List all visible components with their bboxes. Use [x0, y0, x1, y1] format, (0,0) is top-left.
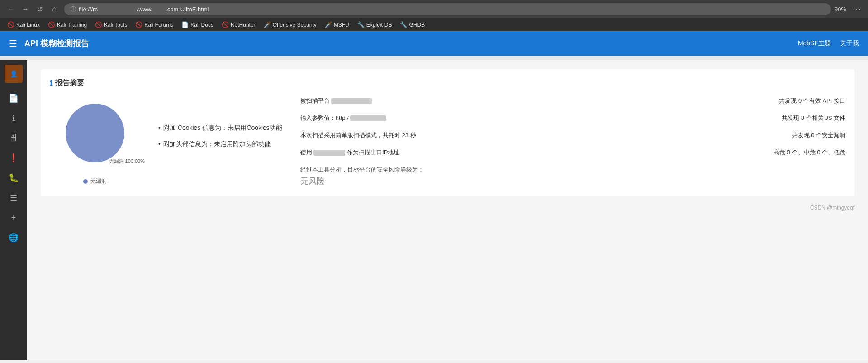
info-icon: ℹ — [50, 79, 52, 87]
bookmarks-bar: 🚫Kali Linux🚫Kali Training🚫Kali Tools🚫Kal… — [0, 18, 868, 31]
app-header: ☰ API 模糊检测报告 MobSF主题 关于我 — [0, 31, 868, 56]
bookmark-icon-kali-linux: 🚫 — [7, 21, 14, 28]
bullets-section: •附加 Cookies 信息为：未启用Cookies功能•附加头部信息为：未启用… — [158, 97, 282, 186]
stat-row-0: 被扫描平台 共发现 0 个有效 API 接口 — [300, 97, 845, 105]
bookmark-label-kali-linux: Kali Linux — [16, 22, 40, 28]
svg-point-0 — [66, 104, 124, 162]
back-button[interactable]: ← — [5, 3, 17, 15]
app-container: ☰ API 模糊检测报告 MobSF主题 关于我 👤📄ℹ🗄❗🐛☰+🌐 ℹ 报告摘… — [0, 31, 868, 360]
bullet-item: •附加头部信息为：未启用附加头部功能 — [158, 140, 282, 148]
bookmark-offensive-security[interactable]: 🗡️Offensive Security — [260, 20, 320, 29]
risk-level: 无风险 — [300, 176, 845, 186]
content-area: ℹ 报告摘要 无漏洞 100.00% — [27, 60, 868, 360]
browser-toolbar: ← → ↺ ⌂ ⓘ file:///rc /www. .com-UiltnE.h… — [0, 0, 868, 18]
home-button[interactable]: ⌂ — [48, 3, 61, 15]
main-layout: 👤📄ℹ🗄❗🐛☰+🌐 ℹ 报告摘要 — [0, 60, 868, 360]
bookmark-kali-docs[interactable]: 📄Kali Docs — [178, 20, 217, 29]
refresh-button[interactable]: ↺ — [33, 3, 46, 15]
bookmark-msfu[interactable]: 🗡️MSFU — [321, 20, 353, 29]
bookmark-icon-nethunter: 🚫 — [222, 21, 229, 28]
bookmark-icon-kali-docs: 📄 — [181, 21, 189, 28]
bookmark-ghdb[interactable]: 🔧GHDB — [396, 20, 428, 29]
bookmark-label-offensive-security: Offensive Security — [273, 22, 317, 28]
risk-conclusion-text: 经过本工具分析，目标平台的安全风险等级为： — [300, 166, 845, 174]
app-header-left: ☰ API 模糊检测报告 — [9, 38, 89, 49]
bookmark-label-kali-training: Kali Training — [57, 22, 87, 28]
bookmark-icon-kali-forums: 🚫 — [135, 21, 142, 28]
about-link[interactable]: 关于我 — [840, 39, 859, 48]
bookmark-kali-training[interactable]: 🚫Kali Training — [44, 20, 90, 29]
theme-link[interactable]: MobSF主题 — [798, 39, 831, 48]
bullet-text: 附加 Cookies 信息为：未启用Cookies功能 — [163, 124, 282, 132]
bookmark-label-msfu: MSFU — [334, 22, 349, 28]
document-icon[interactable]: 📄 — [5, 89, 23, 107]
bookmark-label-kali-forums: Kali Forums — [144, 22, 173, 28]
browser-chrome: ← → ↺ ⌂ ⓘ file:///rc /www. .com-UiltnE.h… — [0, 0, 868, 31]
app-header-right: MobSF主题 关于我 — [798, 39, 859, 48]
section-title-text: 报告摘要 — [55, 78, 84, 88]
add-icon[interactable]: + — [5, 209, 23, 227]
list-icon[interactable]: ☰ — [5, 189, 23, 207]
url-text: file:///rc /www. .com-UiltnE.html — [79, 6, 209, 13]
info-icon[interactable]: ℹ — [5, 109, 23, 127]
bookmark-label-kali-docs: Kali Docs — [190, 22, 213, 28]
stat-value-2: 共发现 0 个安全漏洞 — [792, 131, 845, 139]
chart-legend: 无漏洞 — [83, 177, 107, 185]
stat-label-1: 输入参数值：http:/ — [300, 114, 777, 122]
bookmark-icon-ghdb: 🔧 — [400, 21, 407, 28]
bookmark-icon-offensive-security: 🗡️ — [264, 21, 271, 28]
globe-icon[interactable]: 🌐 — [5, 229, 23, 247]
chart-section: 无漏洞 100.00% 无漏洞 — [50, 97, 140, 186]
alert-icon[interactable]: ❗ — [5, 149, 23, 167]
bookmark-label-exploit-db: Exploit-DB — [366, 22, 392, 28]
legend-label: 无漏洞 — [90, 177, 107, 185]
forward-button[interactable]: → — [19, 3, 32, 15]
summary-content: 无漏洞 100.00% 无漏洞 •附加 Cookies 信息为：未启用Cooki… — [50, 97, 845, 186]
pie-label: 无漏洞 100.00% — [109, 158, 145, 165]
bookmark-icon-kali-training: 🚫 — [48, 21, 55, 28]
stat-label-3: 使用 作为扫描出口IP地址 — [300, 148, 769, 157]
bug-icon[interactable]: 🐛 — [5, 169, 23, 187]
stat-label-0: 被扫描平台 — [300, 97, 775, 105]
section-title: ℹ 报告摘要 — [50, 78, 845, 88]
pie-chart: 无漏洞 100.00% — [59, 97, 131, 169]
sidebar-avatar: 👤 — [5, 65, 23, 83]
stat-label-2: 本次扫描采用简单版扫描模式，共耗时 23 秒 — [300, 131, 787, 139]
bullet-dot: • — [158, 140, 161, 148]
bookmark-label-nethunter: NetHunter — [231, 22, 256, 28]
sidebar: 👤📄ℹ🗄❗🐛☰+🌐 — [0, 60, 27, 360]
subheader-stripe — [0, 56, 868, 60]
app-title: API 模糊检测报告 — [24, 38, 89, 49]
bullet-text: 附加头部信息为：未启用附加头部功能 — [163, 140, 271, 148]
bookmark-label-kali-tools: Kali Tools — [104, 22, 127, 28]
address-bar[interactable]: ⓘ file:///rc /www. .com-UiltnE.html — [64, 3, 831, 15]
bullet-item: •附加 Cookies 信息为：未启用Cookies功能 — [158, 124, 282, 132]
bookmark-icon-msfu: 🗡️ — [325, 21, 332, 28]
bookmark-nethunter[interactable]: 🚫NetHunter — [218, 20, 259, 29]
stat-row-1: 输入参数值：http:/ 共发现 8 个相关 JS 文件 — [300, 114, 845, 122]
hamburger-icon[interactable]: ☰ — [9, 38, 17, 49]
footer-credit: CSDN @mingyeqf — [41, 205, 854, 211]
database-icon[interactable]: 🗄 — [5, 129, 23, 147]
security-icon: ⓘ — [71, 5, 76, 13]
stat-value-1: 共发现 8 个相关 JS 文件 — [782, 114, 845, 122]
stat-row-2: 本次扫描采用简单版扫描模式，共耗时 23 秒 共发现 0 个安全漏洞 — [300, 131, 845, 139]
zoom-level: 90% — [835, 6, 846, 13]
bookmark-kali-tools[interactable]: 🚫Kali Tools — [91, 20, 131, 29]
bookmark-exploit-db[interactable]: 🔧Exploit-DB — [354, 20, 396, 29]
stat-row-3: 使用 作为扫描出口IP地址 高危 0 个、中危 0 个、低危 — [300, 148, 845, 157]
report-summary: ℹ 报告摘要 无漏洞 100.00% — [41, 69, 854, 196]
legend-dot — [83, 179, 88, 184]
bookmark-kali-linux[interactable]: 🚫Kali Linux — [4, 20, 43, 29]
bullet-dot: • — [158, 124, 161, 131]
nav-buttons: ← → ↺ ⌂ — [5, 3, 61, 15]
stat-value-3: 高危 0 个、中危 0 个、低危 — [773, 148, 845, 157]
stats-section: 被扫描平台 共发现 0 个有效 API 接口 输入参数值：http:/ 共发现 … — [300, 97, 845, 186]
bookmark-icon-exploit-db: 🔧 — [357, 21, 365, 28]
bookmark-label-ghdb: GHDB — [409, 22, 425, 28]
bookmark-icon-kali-tools: 🚫 — [95, 21, 102, 28]
browser-menu-button[interactable]: ⋯ — [850, 3, 863, 15]
stat-value-0: 共发现 0 个有效 API 接口 — [779, 97, 845, 105]
bookmark-kali-forums[interactable]: 🚫Kali Forums — [132, 20, 177, 29]
risk-conclusion: 经过本工具分析，目标平台的安全风险等级为： 无风险 — [300, 166, 845, 186]
